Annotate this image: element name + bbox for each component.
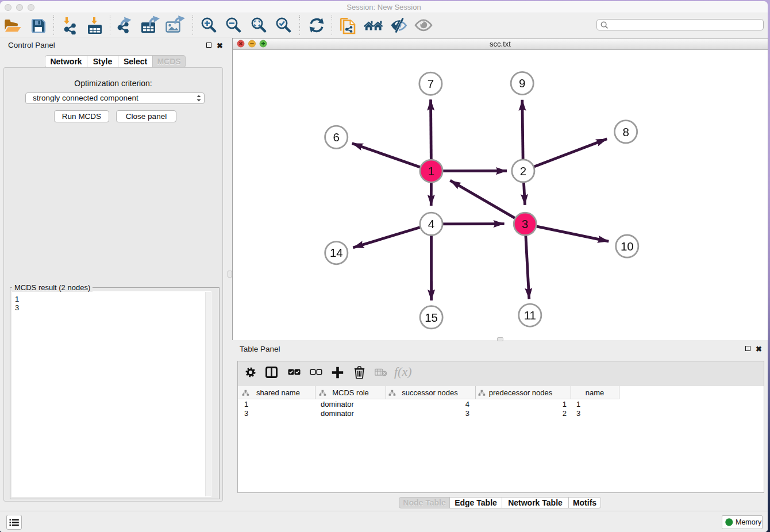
- svg-text:7: 7: [428, 77, 434, 90]
- svg-text:6: 6: [333, 130, 339, 144]
- svg-text:11: 11: [524, 309, 536, 322]
- svg-text:14: 14: [330, 246, 343, 259]
- svg-text:4: 4: [428, 217, 434, 230]
- svg-text:1: 1: [428, 164, 434, 178]
- svg-text:8: 8: [622, 125, 629, 138]
- svg-text:9: 9: [519, 76, 525, 90]
- svg-text:2: 2: [520, 164, 526, 178]
- svg-text:15: 15: [425, 311, 438, 324]
- svg-text:3: 3: [522, 217, 528, 230]
- svg-text:10: 10: [621, 240, 634, 253]
